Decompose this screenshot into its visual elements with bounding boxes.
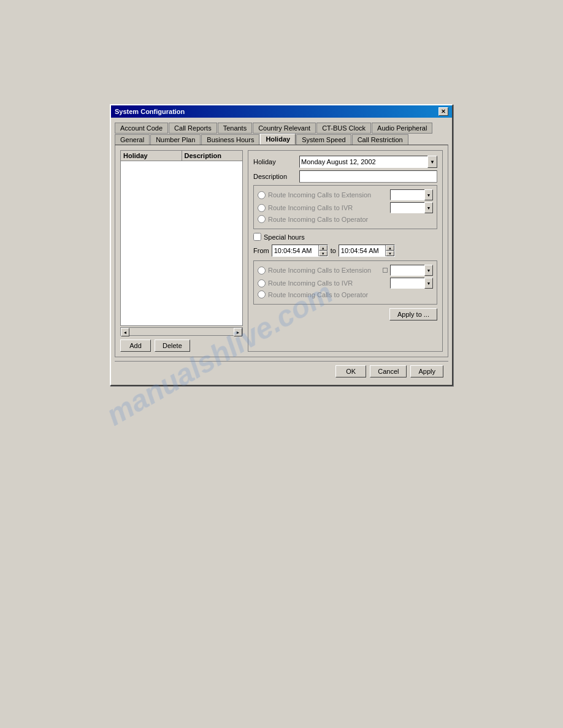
description-label: Description: [253, 173, 299, 180]
tab-system-speed[interactable]: System Speed: [296, 134, 351, 145]
holiday-row: Holiday Monday August 12, 2002 ▼: [253, 156, 437, 168]
route4-indicator: [383, 268, 388, 273]
route6-radio[interactable]: [258, 290, 266, 298]
holiday-label: Holiday: [253, 158, 299, 165]
list-buttons: Add Delete: [120, 339, 243, 352]
tab-account-code[interactable]: Account Code: [115, 123, 168, 134]
route6-row: Route Incoming Calls to Operator: [258, 290, 433, 298]
list-col-description: Description: [182, 151, 243, 161]
route5-select[interactable]: [390, 278, 433, 289]
cancel-button[interactable]: Cancel: [370, 365, 407, 377]
special-hours-label: Special hours: [264, 233, 305, 241]
list-header: Holiday Description: [120, 150, 243, 161]
title-bar-controls: ✕: [439, 107, 448, 116]
list-body[interactable]: [120, 161, 243, 326]
tab-general[interactable]: General: [115, 134, 150, 145]
list-col-holiday: Holiday: [121, 151, 182, 161]
route6-label: Route Incoming Calls to Operator: [268, 291, 433, 298]
window-title: System Configuration: [115, 108, 185, 115]
apply-to-row: Apply to ...: [253, 308, 437, 320]
route4-radio[interactable]: [258, 267, 266, 275]
time-row: From 10:04:54 AM ▲ ▼ to 10:04:54 AM: [253, 245, 437, 257]
from-label: From: [253, 247, 269, 254]
title-bar: System Configuration ✕: [111, 105, 452, 118]
route4-select[interactable]: [390, 265, 433, 276]
route5-radio[interactable]: [258, 279, 266, 287]
normal-hours-section: Route Incoming Calls to Extension ▼ Rout…: [253, 185, 437, 229]
scroll-left-btn[interactable]: ◄: [121, 328, 129, 336]
route4-select-wrapper: ▼: [390, 265, 433, 276]
list-scrollbar[interactable]: ◄ ►: [120, 327, 243, 336]
list-panel: Holiday Description ◄ ► Add Delete: [120, 150, 243, 352]
to-label: to: [331, 247, 336, 254]
route2-select-wrapper: ▼: [390, 202, 433, 213]
route2-row: Route Incoming Calls to IVR ▼: [258, 202, 433, 213]
route1-label: Route Incoming Calls to Extension: [268, 191, 388, 199]
route2-select[interactable]: [390, 202, 433, 213]
system-config-window: System Configuration ✕ Account Code Call…: [110, 104, 453, 386]
dialog-buttons: OK Cancel Apply: [115, 361, 448, 381]
from-time-up[interactable]: ▲: [319, 245, 327, 251]
tab-row-2: General Number Plan Business Hours Holid…: [115, 133, 448, 144]
tab-call-reports[interactable]: Call Reports: [169, 123, 217, 134]
description-input[interactable]: [299, 170, 437, 183]
main-content: Holiday Description ◄ ► Add Delete: [120, 150, 443, 352]
add-button[interactable]: Add: [120, 339, 151, 352]
close-button[interactable]: ✕: [439, 107, 448, 116]
tab-holiday[interactable]: Holiday: [260, 134, 296, 145]
route1-select[interactable]: [390, 189, 433, 200]
tab-number-plan[interactable]: Number Plan: [150, 134, 201, 145]
to-time-up[interactable]: ▲: [386, 245, 394, 251]
route5-label: Route Incoming Calls to IVR: [268, 279, 388, 287]
to-time-spinners: ▲ ▼: [385, 245, 394, 256]
to-time-down[interactable]: ▼: [386, 251, 394, 256]
scroll-right-btn[interactable]: ►: [234, 328, 242, 336]
route5-select-wrapper: ▼: [390, 278, 433, 289]
tab-tenants[interactable]: Tenants: [218, 123, 253, 134]
to-time-input[interactable]: 10:04:54 AM: [339, 246, 385, 255]
scroll-track: [129, 328, 234, 335]
route3-radio[interactable]: [258, 215, 266, 223]
special-hours-checkbox[interactable]: [253, 233, 261, 241]
tab-country-relevant[interactable]: Country Relevant: [253, 123, 316, 134]
route2-label: Route Incoming Calls to IVR: [268, 204, 388, 211]
tab-call-restriction[interactable]: Call Restriction: [352, 134, 408, 145]
tab-business-hours[interactable]: Business Hours: [201, 134, 259, 145]
from-time-wrapper: 10:04:54 AM ▲ ▼: [272, 245, 328, 257]
to-time-wrapper: 10:04:54 AM ▲ ▼: [339, 245, 395, 257]
tab-row-1: Account Code Call Reports Tenants Countr…: [115, 121, 448, 132]
special-hours-row: Special hours: [253, 233, 437, 241]
special-hours-section: Route Incoming Calls to Extension ▼ Rout…: [253, 260, 437, 305]
holiday-select[interactable]: Monday August 12, 2002: [299, 156, 437, 168]
from-time-down[interactable]: ▼: [319, 251, 327, 256]
tab-audio-peripheral[interactable]: Audio Peripheral: [372, 123, 432, 134]
description-row: Description: [253, 170, 437, 183]
from-time-spinners: ▲ ▼: [318, 245, 327, 256]
route2-radio[interactable]: [258, 204, 266, 212]
route4-label: Route Incoming Calls to Extension: [268, 267, 379, 274]
from-time-input[interactable]: 10:04:54 AM: [272, 246, 318, 255]
route3-label: Route Incoming Calls to Operator: [268, 216, 433, 223]
route1-select-wrapper: ▼: [390, 189, 433, 200]
route4-row: Route Incoming Calls to Extension ▼: [258, 265, 433, 276]
window-body: Account Code Call Reports Tenants Countr…: [111, 118, 452, 385]
route5-row: Route Incoming Calls to IVR ▼: [258, 278, 433, 289]
tab-ctbus-clock[interactable]: CT-BUS Clock: [316, 123, 371, 134]
route1-row: Route Incoming Calls to Extension ▼: [258, 189, 433, 200]
content-area: Holiday Description ◄ ► Add Delete: [115, 145, 448, 357]
apply-button[interactable]: Apply: [410, 365, 443, 377]
delete-button[interactable]: Delete: [155, 339, 190, 352]
route1-radio[interactable]: [258, 191, 266, 199]
ok-button[interactable]: OK: [335, 365, 366, 377]
holiday-select-wrapper: Monday August 12, 2002 ▼: [299, 156, 437, 168]
route3-row: Route Incoming Calls to Operator: [258, 215, 433, 223]
apply-to-button[interactable]: Apply to ...: [389, 308, 437, 320]
form-panel: Holiday Monday August 12, 2002 ▼ Descrip…: [248, 150, 443, 352]
